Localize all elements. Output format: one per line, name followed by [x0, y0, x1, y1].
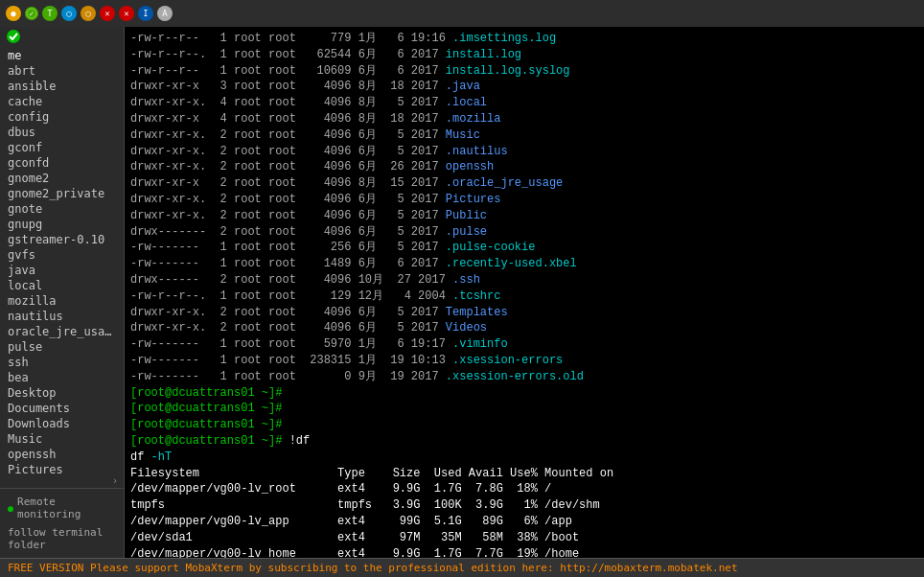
- sidebar-check: [0, 27, 124, 46]
- sidebar-file-list: me abrt ansible cache config dbus gconf …: [0, 46, 124, 473]
- toolbar-icon-8[interactable]: I: [138, 6, 153, 21]
- term-prompt: [root@dcuattrans01 ~]#: [130, 401, 918, 417]
- term-line: drwx------ 2 root root 4096 10月 27 2017 …: [130, 272, 918, 288]
- toolbar: ● ✓ T ○ ○ ✕ ✕ I A: [0, 0, 924, 27]
- status-bar: FREE VERSION Please support MobaXterm by…: [0, 558, 924, 577]
- sidebar-item-bea[interactable]: bea: [0, 370, 124, 385]
- term-line: drwxr-xr-x. 2 root root 4096 6月 26 2017 …: [130, 159, 918, 175]
- term-line: drwxr-xr-x. 4 root root 4096 8月 5 2017 .…: [130, 95, 918, 111]
- sidebar-item-cache[interactable]: cache: [0, 94, 124, 109]
- remote-monitoring-label: Remote monitoring: [17, 496, 116, 520]
- toolbar-icon-6[interactable]: ✕: [100, 6, 115, 21]
- sidebar-item-downloads[interactable]: Downloads: [0, 416, 124, 431]
- term-line: drwxr-xr-x 3 root root 4096 8月 18 2017 .…: [130, 79, 918, 95]
- term-line: drwxr-xr-x. 2 root root 4096 6月 5 2017 P…: [130, 192, 918, 208]
- term-line: -rw-r--r-- 1 root root 779 1月 6 19:16 .i…: [130, 31, 918, 47]
- sidebar-item-gnupg[interactable]: gnupg: [0, 217, 124, 232]
- toolbar-icon-3[interactable]: T: [42, 6, 58, 21]
- term-df-row: /dev/mapper/vg00-lv_root ext4 9.9G 1.7G …: [130, 481, 918, 497]
- toolbar-icon-4[interactable]: ○: [61, 6, 77, 21]
- svg-point-2: [7, 30, 20, 43]
- term-line: -rw------- 1 root root 1489 6月 6 2017 .r…: [130, 256, 918, 272]
- term-df-row: /dev/mapper/vg00-lv_home ext4 9.9G 1.7G …: [130, 546, 918, 559]
- sidebar-follow-terminal[interactable]: follow terminal folder: [0, 523, 124, 554]
- term-df-row: tmpfs tmpfs 3.9G 100K 3.9G 1% /dev/shm: [130, 497, 918, 514]
- sidebar-item-me[interactable]: me: [0, 48, 124, 63]
- term-line: drwxr-xr-x. 2 root root 4096 6月 5 2017 .…: [130, 144, 918, 160]
- follow-terminal-label: follow terminal folder: [8, 526, 116, 551]
- toolbar-icon-2[interactable]: ✓: [25, 7, 38, 20]
- term-df-row: /dev/sda1 ext4 97M 35M 58M 38% /boot: [130, 530, 918, 546]
- sidebar-remote-monitoring[interactable]: ● Remote monitoring: [0, 493, 124, 523]
- sidebar-item-music[interactable]: Music: [0, 431, 124, 447]
- sidebar-item-gconfd[interactable]: gconfd: [0, 155, 124, 171]
- sidebar-item-abrt[interactable]: abrt: [0, 63, 124, 79]
- sidebar-item-java[interactable]: java: [0, 263, 124, 278]
- sidebar-item-config[interactable]: config: [0, 109, 124, 125]
- sidebar-item-gconf[interactable]: gconf: [0, 140, 124, 155]
- sidebar-item-documents[interactable]: Documents: [0, 401, 124, 416]
- sidebar-item-pulse[interactable]: pulse: [0, 339, 124, 355]
- term-line: drwxr-xr-x. 2 root root 4096 6月 5 2017 V…: [130, 320, 918, 336]
- term-prompt: [root@dcuattrans01 ~]#: [130, 385, 918, 402]
- remote-monitoring-icon: ●: [8, 503, 13, 514]
- sidebar-bottom: ● Remote monitoring follow terminal fold…: [0, 488, 124, 558]
- status-free-version: FREE VERSION Please support MobaXterm by…: [8, 562, 738, 574]
- term-line: drwxr-xr-x. 2 root root 4096 6月 5 2017 T…: [130, 305, 918, 321]
- sidebar-item-gnome2-private[interactable]: gnome2_private: [0, 186, 124, 201]
- term-df-row: /dev/mapper/vg00-lv_app ext4 99G 5.1G 89…: [130, 514, 918, 530]
- term-line: -rw------- 1 root root 0 9月 19 2017 .xse…: [130, 369, 918, 385]
- sidebar-item-mozilla[interactable]: mozilla: [0, 293, 124, 309]
- sidebar-expand-arrow[interactable]: ›: [0, 473, 124, 488]
- toolbar-icon-9[interactable]: A: [157, 6, 173, 21]
- sidebar-item-ansible[interactable]: ansible: [0, 79, 124, 94]
- main-area: me abrt ansible cache config dbus gconf …: [0, 27, 924, 558]
- term-line: drwxr-xr-x. 2 root root 4096 6月 5 2017 P…: [130, 208, 918, 224]
- term-line: -rw-r--r--. 1 root root 129 12月 4 2004 .…: [130, 288, 918, 305]
- toolbar-icon-1[interactable]: ●: [6, 6, 21, 21]
- term-line: drwxr-xr-x 2 root root 4096 8月 15 2017 .…: [130, 175, 918, 192]
- sidebar-item-local[interactable]: local: [0, 278, 124, 293]
- toolbar-icon-7[interactable]: ✕: [119, 6, 134, 21]
- term-line: -rw-r--r-- 1 root root 10609 6月 6 2017 i…: [130, 63, 918, 80]
- term-line: drwx------- 2 root root 4096 6月 5 2017 .…: [130, 224, 918, 241]
- sidebar-item-gnome2[interactable]: gnome2: [0, 171, 124, 186]
- sidebar-item-openssh[interactable]: openssh: [0, 447, 124, 462]
- term-line: -rw------- 1 root root 238315 1月 19 10:1…: [130, 353, 918, 369]
- sidebar-item-oracle[interactable]: oracle_jre_usage: [0, 324, 124, 339]
- terminal-output: -rw-r--r-- 1 root root 779 1月 6 19:16 .i…: [125, 27, 924, 558]
- sidebar-item-gvfs[interactable]: gvfs: [0, 247, 124, 263]
- terminal-window[interactable]: -rw-r--r-- 1 root root 779 1月 6 19:16 .i…: [125, 27, 924, 558]
- term-prompt: [root@dcuattrans01 ~]#: [130, 417, 918, 433]
- sidebar-item-dbus[interactable]: dbus: [0, 125, 124, 140]
- sidebar-item-desktop[interactable]: Desktop: [0, 385, 124, 401]
- term-line: -rw-r--r--. 1 root root 62544 6月 6 2017 …: [130, 47, 918, 63]
- sidebar-item-ssh[interactable]: ssh: [0, 355, 124, 370]
- sidebar-item-pictures[interactable]: Pictures: [0, 462, 124, 473]
- term-df-header: Filesystem Type Size Used Avail Use% Mou…: [130, 466, 918, 482]
- term-line: -rw------- 1 root root 5970 1月 6 19:17 .…: [130, 336, 918, 353]
- sidebar-item-gstreamer[interactable]: gstreamer-0.10: [0, 232, 124, 247]
- toolbar-icon-5[interactable]: ○: [81, 6, 96, 21]
- sidebar-item-nautilus[interactable]: nautilus: [0, 309, 124, 324]
- term-output: df -hT: [130, 450, 918, 466]
- term-line: drwxr-xr-x. 2 root root 4096 6月 5 2017 M…: [130, 127, 918, 144]
- term-line: -rw------- 1 root root 256 6月 5 2017 .pu…: [130, 240, 918, 256]
- term-command: [root@dcuattrans01 ~]# !df: [130, 433, 918, 450]
- sidebar: me abrt ansible cache config dbus gconf …: [0, 27, 125, 558]
- svg-text:✓: ✓: [30, 10, 35, 18]
- term-line: drwxr-xr-x 4 root root 4096 8月 18 2017 .…: [130, 111, 918, 127]
- sidebar-item-gnote[interactable]: gnote: [0, 201, 124, 217]
